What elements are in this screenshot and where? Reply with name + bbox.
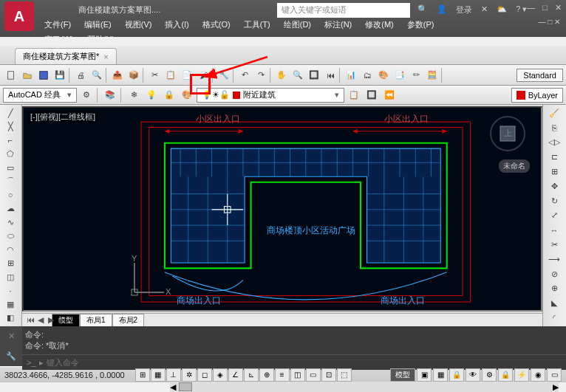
tab-close-icon[interactable]: × xyxy=(103,52,108,61)
menu-edit[interactable]: 编辑(E) xyxy=(78,18,117,32)
zoomprev-button[interactable]: ⏮ xyxy=(322,67,338,83)
paste-button[interactable]: 📄 xyxy=(179,67,195,83)
command-input[interactable] xyxy=(44,357,565,368)
model-space-button[interactable]: 模型 xyxy=(390,368,415,382)
quickview-layouts[interactable]: ▣ xyxy=(417,368,432,382)
zoom-button[interactable]: 🔍 xyxy=(290,67,306,83)
layer-combo[interactable]: 💡☀🔓 附近建筑 ▾ xyxy=(197,88,344,103)
tpy-toggle[interactable]: ◫ xyxy=(290,368,305,382)
chamfer-tool[interactable]: ◣ xyxy=(545,296,564,310)
login-link[interactable]: 登录 xyxy=(456,4,472,16)
quickcalc-button[interactable]: 🧮 xyxy=(424,67,440,83)
copy-tool[interactable]: ⎘ xyxy=(545,121,564,135)
menu-window[interactable]: 窗口(W) xyxy=(38,32,80,47)
hatch-tool[interactable]: ▦ xyxy=(1,298,19,312)
menu-modify[interactable]: 修改(M) xyxy=(359,18,400,32)
block-tool[interactable]: ◫ xyxy=(1,270,19,284)
stretch-tool[interactable]: ↔ xyxy=(545,223,564,237)
maximize-button[interactable]: □ xyxy=(542,3,548,13)
open-button[interactable] xyxy=(19,67,35,83)
workspace-combo[interactable]: AutoCAD 经典 ▾ xyxy=(3,88,77,103)
layer-iso-button[interactable]: 🔲 xyxy=(364,87,380,103)
toolbar-lock[interactable]: 🔒 xyxy=(498,368,513,382)
spline-tool[interactable]: ∿ xyxy=(1,216,19,230)
layer-prev-button[interactable]: ⏪ xyxy=(381,87,398,103)
horizontal-scrollbar[interactable]: ◀▶ xyxy=(170,382,559,392)
grid-toggle[interactable]: ▦ xyxy=(151,368,166,382)
copy-button[interactable]: 📋 xyxy=(163,67,179,83)
workspace-switch[interactable]: ⚙ xyxy=(482,368,497,382)
ellipse-tool[interactable]: ⬭ xyxy=(1,230,19,244)
quickview-drawings[interactable]: ▦ xyxy=(433,368,448,382)
tab-next-button[interactable]: ▶ xyxy=(46,315,56,325)
saveas-button[interactable]: 💾 xyxy=(52,67,68,83)
mdi-controls[interactable]: — □ ✕ xyxy=(538,18,560,26)
annotation-scale[interactable]: 🔒 xyxy=(449,368,464,382)
help-dropdown-icon[interactable]: ? ▾ xyxy=(516,4,527,16)
workspace-settings-button[interactable]: ⚙ xyxy=(78,87,95,103)
insert-tool[interactable]: ⊞ xyxy=(1,257,19,271)
save-button[interactable] xyxy=(35,67,52,83)
otrack-toggle[interactable]: ∠ xyxy=(228,368,243,382)
rectangle-tool[interactable]: ▭ xyxy=(1,161,19,175)
markup-button[interactable]: ✏ xyxy=(408,67,424,83)
isolate-objects[interactable]: ◉ xyxy=(531,368,545,382)
tab-prev-button[interactable]: ◀ xyxy=(35,315,46,325)
pan-button[interactable]: ✋ xyxy=(273,67,290,83)
revcloud-tool[interactable]: ☁ xyxy=(1,202,19,216)
publish-button[interactable]: 📤 xyxy=(109,67,126,83)
cmd-close-icon[interactable]: ✕ xyxy=(8,331,15,341)
new-button[interactable] xyxy=(3,67,19,83)
menu-tools[interactable]: 工具(T) xyxy=(238,18,276,32)
scale-tool[interactable]: ⤢ xyxy=(545,209,564,223)
hardware-accel[interactable]: ⚡ xyxy=(514,368,529,382)
properties-button[interactable]: 📊 xyxy=(343,67,359,83)
dyn-toggle[interactable]: ⊕ xyxy=(259,368,274,382)
user-icon[interactable]: 👤 xyxy=(437,4,447,16)
rotate-tool[interactable]: ↻ xyxy=(545,194,564,208)
gradient-tool[interactable]: ◧ xyxy=(1,312,19,326)
unnamed-badge[interactable]: 未命名 xyxy=(499,159,530,173)
3ddwf-button[interactable]: 📦 xyxy=(126,67,142,83)
ortho-toggle[interactable]: ⊥ xyxy=(166,368,181,382)
coordinates[interactable]: 38023.4666, -4285.9616 , 0.0000 xyxy=(4,371,125,379)
search-icon[interactable]: 🔍 xyxy=(417,4,428,16)
layer-lock-button[interactable]: 🔒 xyxy=(161,87,177,103)
designcenter-button[interactable]: 🗂 xyxy=(359,67,375,83)
exchange-icon[interactable]: ✕ xyxy=(481,4,488,16)
polygon-tool[interactable]: ⬠ xyxy=(1,148,19,162)
tab-last-button[interactable]: ⏭ xyxy=(56,315,67,325)
close-button[interactable]: ✕ xyxy=(555,3,562,13)
menu-insert[interactable]: 插入(I) xyxy=(159,18,194,32)
layer-state-button[interactable]: 📋 xyxy=(346,87,362,103)
ellipsearc-tool[interactable]: ◠ xyxy=(1,243,19,257)
menu-dimension[interactable]: 标注(N) xyxy=(318,18,358,32)
minimize-button[interactable]: — xyxy=(527,3,535,13)
menu-view[interactable]: 视图(V) xyxy=(119,18,158,32)
layer-freeze-button[interactable]: ❄ xyxy=(126,87,142,103)
am-toggle[interactable]: ⬚ xyxy=(337,368,352,382)
sc-toggle[interactable]: ⊡ xyxy=(321,368,336,382)
circle-tool[interactable]: ○ xyxy=(1,188,19,202)
menu-format[interactable]: 格式(O) xyxy=(197,18,236,32)
color-combo[interactable]: ByLayer xyxy=(511,88,563,103)
drawing-canvas[interactable]: [-][俯视][二维线框] xyxy=(22,106,542,312)
sheetset-button[interactable]: 📑 xyxy=(392,67,408,83)
menu-help[interactable]: 帮助(H) xyxy=(81,32,120,47)
menu-file[interactable]: 文件(F) xyxy=(38,18,77,32)
viewcube[interactable]: 上 xyxy=(489,115,526,152)
mirror-tool[interactable]: ◁▷ xyxy=(545,136,564,150)
snap-toggle[interactable]: ⊞ xyxy=(135,368,150,382)
app-logo[interactable]: A xyxy=(4,1,34,31)
qp-toggle[interactable]: ▭ xyxy=(306,368,321,382)
break-tool[interactable]: ⊘ xyxy=(545,267,564,281)
menu-param[interactable]: 参数(P) xyxy=(401,18,440,32)
cut-button[interactable]: ✂ xyxy=(146,67,163,83)
zoomwin-button[interactable]: 🔲 xyxy=(306,67,322,83)
point-tool[interactable]: · xyxy=(1,284,19,298)
polar-toggle[interactable]: ✲ xyxy=(182,368,197,382)
offset-tool[interactable]: ⊏ xyxy=(545,150,564,164)
xline-tool[interactable]: ╳ xyxy=(1,120,19,134)
redo-button[interactable]: ↷ xyxy=(253,67,269,83)
array-tool[interactable]: ⊞ xyxy=(545,165,564,179)
